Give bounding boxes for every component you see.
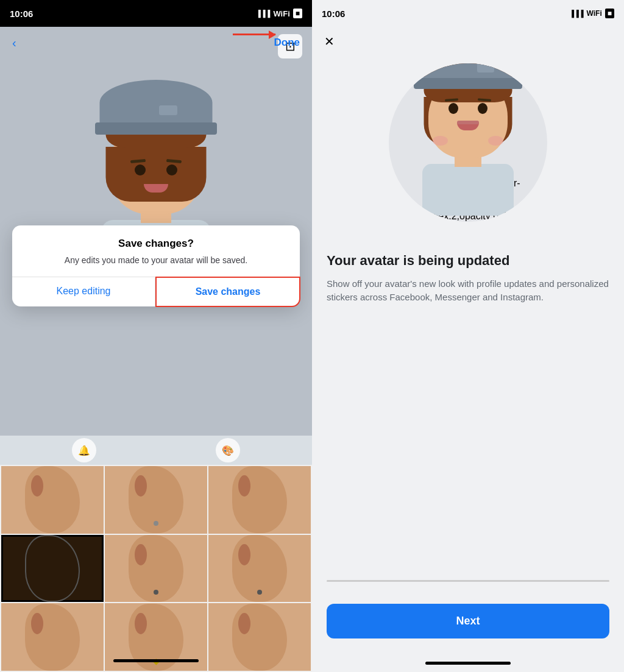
- progress-bar: [327, 580, 609, 582]
- save-dialog: Save changes? Any edits you made to your…: [12, 225, 300, 306]
- bell-icon: 🔔: [78, 445, 90, 456]
- keep-editing-button[interactable]: Keep editing: [12, 277, 155, 306]
- next-button-container: Next: [312, 594, 624, 657]
- close-button[interactable]: ✕: [324, 34, 335, 49]
- ear-option-7[interactable]: [1, 603, 104, 671]
- toolbar-icons-row: 🔔 🎨: [0, 436, 312, 465]
- palette-icon: 🎨: [222, 445, 234, 456]
- back-button[interactable]: ‹: [12, 36, 16, 50]
- avatar-circle: ');background-color:#c8d4dc;border-radiu…: [389, 63, 547, 222]
- battery-icon: ■: [293, 9, 302, 18]
- avatar-circle-container: ');background-color:#c8d4dc;border-radiu…: [312, 27, 624, 240]
- ear-option-2[interactable]: [105, 466, 207, 534]
- save-dialog-actions: Keep editing Save changes: [12, 277, 300, 306]
- progress-bar-container: [312, 580, 624, 582]
- next-button[interactable]: Next: [327, 604, 609, 638]
- arrow-annotation: [233, 34, 275, 35]
- ear-option-5[interactable]: [105, 535, 207, 603]
- top-nav-left: ‹ Done: [0, 27, 312, 58]
- save-dialog-title: Save changes?: [27, 238, 285, 250]
- ear-option-9[interactable]: [208, 603, 311, 671]
- update-section: Your avatar is being updated Show off yo…: [312, 240, 624, 580]
- ear-option-1[interactable]: [1, 466, 104, 534]
- right-status-bar: 10:06 ▐▐▐ WiFi ■: [312, 0, 624, 27]
- ear-option-3[interactable]: [208, 466, 311, 534]
- bottom-toolbar: 🔔 🎨: [0, 465, 312, 672]
- right-wifi-icon: WiFi: [587, 9, 602, 18]
- ear-option-6[interactable]: [208, 535, 311, 603]
- ear-options-grid: ◆: [0, 465, 312, 672]
- right-signal-icon: ▐▐▐: [569, 10, 583, 17]
- right-status-time: 10:06: [322, 9, 345, 19]
- left-home-indicator: [113, 659, 199, 662]
- bell-icon-button[interactable]: 🔔: [72, 438, 96, 462]
- left-status-bar: 10:06 ▐▐▐ WiFi ■: [0, 0, 312, 27]
- ear-option-4-selected[interactable]: [1, 535, 104, 603]
- update-description: Show off your avatar's new look with pro…: [327, 277, 609, 305]
- palette-icon-button[interactable]: 🎨: [216, 438, 240, 462]
- save-changes-button[interactable]: Save changes: [155, 277, 300, 307]
- right-status-icons: ▐▐▐ WiFi ■: [569, 9, 614, 18]
- left-status-icons: ▐▐▐ WiFi ■: [256, 9, 302, 18]
- right-battery-icon: ■: [605, 9, 614, 18]
- signal-icon: ▐▐▐: [256, 10, 270, 17]
- save-dialog-description: Any edits you made to your avatar will b…: [27, 255, 285, 267]
- right-avatar-figure: ');background-color:#c8d4dc;border-radiu…: [407, 69, 529, 216]
- right-content: ✕ ');background-color:#c8d4dc;border-rad…: [312, 27, 624, 672]
- left-panel: 10:06 ▐▐▐ WiFi ■ ‹ Done ⊡: [0, 0, 312, 672]
- left-status-time: 10:06: [10, 9, 33, 19]
- right-panel: 10:06 ▐▐▐ WiFi ■ ✕ ');background-color:#…: [312, 0, 624, 672]
- right-home-indicator: [425, 662, 511, 665]
- wifi-icon: WiFi: [273, 9, 289, 18]
- done-button[interactable]: Done: [274, 37, 300, 49]
- arrow-line: [233, 34, 275, 35]
- update-title: Your avatar is being updated: [327, 252, 609, 270]
